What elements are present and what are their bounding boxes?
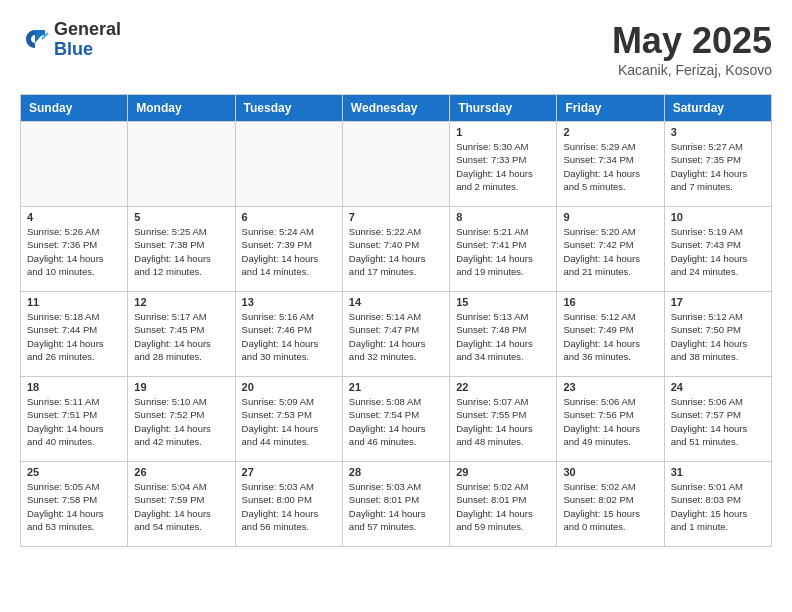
day-number: 13	[242, 296, 336, 308]
calendar-cell: 24Sunrise: 5:06 AM Sunset: 7:57 PM Dayli…	[664, 377, 771, 462]
day-info: Sunrise: 5:18 AM Sunset: 7:44 PM Dayligh…	[27, 310, 121, 363]
day-info: Sunrise: 5:11 AM Sunset: 7:51 PM Dayligh…	[27, 395, 121, 448]
weekday-header-thursday: Thursday	[450, 95, 557, 122]
day-info: Sunrise: 5:09 AM Sunset: 7:53 PM Dayligh…	[242, 395, 336, 448]
day-number: 24	[671, 381, 765, 393]
day-number: 15	[456, 296, 550, 308]
logo-blue-text: Blue	[54, 40, 121, 60]
calendar-cell	[342, 122, 449, 207]
title-block: May 2025 Kacanik, Ferizaj, Kosovo	[612, 20, 772, 78]
day-info: Sunrise: 5:26 AM Sunset: 7:36 PM Dayligh…	[27, 225, 121, 278]
calendar-cell: 3Sunrise: 5:27 AM Sunset: 7:35 PM Daylig…	[664, 122, 771, 207]
calendar-cell: 1Sunrise: 5:30 AM Sunset: 7:33 PM Daylig…	[450, 122, 557, 207]
day-number: 5	[134, 211, 228, 223]
day-info: Sunrise: 5:03 AM Sunset: 8:00 PM Dayligh…	[242, 480, 336, 533]
calendar-cell: 21Sunrise: 5:08 AM Sunset: 7:54 PM Dayli…	[342, 377, 449, 462]
day-number: 25	[27, 466, 121, 478]
day-number: 27	[242, 466, 336, 478]
day-number: 21	[349, 381, 443, 393]
calendar-cell: 26Sunrise: 5:04 AM Sunset: 7:59 PM Dayli…	[128, 462, 235, 547]
day-info: Sunrise: 5:04 AM Sunset: 7:59 PM Dayligh…	[134, 480, 228, 533]
calendar-cell: 14Sunrise: 5:14 AM Sunset: 7:47 PM Dayli…	[342, 292, 449, 377]
day-info: Sunrise: 5:22 AM Sunset: 7:40 PM Dayligh…	[349, 225, 443, 278]
day-info: Sunrise: 5:06 AM Sunset: 7:57 PM Dayligh…	[671, 395, 765, 448]
day-number: 4	[27, 211, 121, 223]
weekday-header-wednesday: Wednesday	[342, 95, 449, 122]
calendar-cell: 22Sunrise: 5:07 AM Sunset: 7:55 PM Dayli…	[450, 377, 557, 462]
week-row-2: 4Sunrise: 5:26 AM Sunset: 7:36 PM Daylig…	[21, 207, 772, 292]
logo-general-text: General	[54, 20, 121, 40]
day-info: Sunrise: 5:25 AM Sunset: 7:38 PM Dayligh…	[134, 225, 228, 278]
weekday-header-saturday: Saturday	[664, 95, 771, 122]
calendar-cell	[21, 122, 128, 207]
calendar-cell: 23Sunrise: 5:06 AM Sunset: 7:56 PM Dayli…	[557, 377, 664, 462]
logo-icon	[20, 25, 50, 55]
calendar-cell	[235, 122, 342, 207]
day-number: 17	[671, 296, 765, 308]
day-number: 2	[563, 126, 657, 138]
calendar-cell: 20Sunrise: 5:09 AM Sunset: 7:53 PM Dayli…	[235, 377, 342, 462]
calendar-cell: 2Sunrise: 5:29 AM Sunset: 7:34 PM Daylig…	[557, 122, 664, 207]
weekday-header-friday: Friday	[557, 95, 664, 122]
day-number: 12	[134, 296, 228, 308]
day-info: Sunrise: 5:16 AM Sunset: 7:46 PM Dayligh…	[242, 310, 336, 363]
day-number: 16	[563, 296, 657, 308]
location-text: Kacanik, Ferizaj, Kosovo	[612, 62, 772, 78]
day-number: 14	[349, 296, 443, 308]
day-number: 26	[134, 466, 228, 478]
day-number: 31	[671, 466, 765, 478]
calendar-cell: 25Sunrise: 5:05 AM Sunset: 7:58 PM Dayli…	[21, 462, 128, 547]
week-row-3: 11Sunrise: 5:18 AM Sunset: 7:44 PM Dayli…	[21, 292, 772, 377]
day-info: Sunrise: 5:02 AM Sunset: 8:01 PM Dayligh…	[456, 480, 550, 533]
day-number: 30	[563, 466, 657, 478]
day-info: Sunrise: 5:02 AM Sunset: 8:02 PM Dayligh…	[563, 480, 657, 533]
day-number: 7	[349, 211, 443, 223]
day-info: Sunrise: 5:27 AM Sunset: 7:35 PM Dayligh…	[671, 140, 765, 193]
calendar-cell: 19Sunrise: 5:10 AM Sunset: 7:52 PM Dayli…	[128, 377, 235, 462]
calendar-cell: 12Sunrise: 5:17 AM Sunset: 7:45 PM Dayli…	[128, 292, 235, 377]
day-number: 20	[242, 381, 336, 393]
day-number: 8	[456, 211, 550, 223]
day-info: Sunrise: 5:07 AM Sunset: 7:55 PM Dayligh…	[456, 395, 550, 448]
day-info: Sunrise: 5:21 AM Sunset: 7:41 PM Dayligh…	[456, 225, 550, 278]
calendar-cell: 4Sunrise: 5:26 AM Sunset: 7:36 PM Daylig…	[21, 207, 128, 292]
calendar-cell	[128, 122, 235, 207]
calendar-cell: 18Sunrise: 5:11 AM Sunset: 7:51 PM Dayli…	[21, 377, 128, 462]
weekday-header-row: SundayMondayTuesdayWednesdayThursdayFrid…	[21, 95, 772, 122]
day-info: Sunrise: 5:19 AM Sunset: 7:43 PM Dayligh…	[671, 225, 765, 278]
weekday-header-monday: Monday	[128, 95, 235, 122]
calendar-cell: 5Sunrise: 5:25 AM Sunset: 7:38 PM Daylig…	[128, 207, 235, 292]
day-number: 23	[563, 381, 657, 393]
day-number: 6	[242, 211, 336, 223]
day-info: Sunrise: 5:20 AM Sunset: 7:42 PM Dayligh…	[563, 225, 657, 278]
day-info: Sunrise: 5:06 AM Sunset: 7:56 PM Dayligh…	[563, 395, 657, 448]
calendar-cell: 13Sunrise: 5:16 AM Sunset: 7:46 PM Dayli…	[235, 292, 342, 377]
calendar-table: SundayMondayTuesdayWednesdayThursdayFrid…	[20, 94, 772, 547]
day-info: Sunrise: 5:08 AM Sunset: 7:54 PM Dayligh…	[349, 395, 443, 448]
day-number: 28	[349, 466, 443, 478]
week-row-4: 18Sunrise: 5:11 AM Sunset: 7:51 PM Dayli…	[21, 377, 772, 462]
day-info: Sunrise: 5:17 AM Sunset: 7:45 PM Dayligh…	[134, 310, 228, 363]
calendar-cell: 28Sunrise: 5:03 AM Sunset: 8:01 PM Dayli…	[342, 462, 449, 547]
logo: General Blue	[20, 20, 121, 60]
calendar-cell: 16Sunrise: 5:12 AM Sunset: 7:49 PM Dayli…	[557, 292, 664, 377]
day-info: Sunrise: 5:14 AM Sunset: 7:47 PM Dayligh…	[349, 310, 443, 363]
day-info: Sunrise: 5:12 AM Sunset: 7:49 PM Dayligh…	[563, 310, 657, 363]
day-info: Sunrise: 5:12 AM Sunset: 7:50 PM Dayligh…	[671, 310, 765, 363]
calendar-cell: 7Sunrise: 5:22 AM Sunset: 7:40 PM Daylig…	[342, 207, 449, 292]
day-info: Sunrise: 5:05 AM Sunset: 7:58 PM Dayligh…	[27, 480, 121, 533]
calendar-cell: 15Sunrise: 5:13 AM Sunset: 7:48 PM Dayli…	[450, 292, 557, 377]
calendar-cell: 10Sunrise: 5:19 AM Sunset: 7:43 PM Dayli…	[664, 207, 771, 292]
day-info: Sunrise: 5:30 AM Sunset: 7:33 PM Dayligh…	[456, 140, 550, 193]
weekday-header-tuesday: Tuesday	[235, 95, 342, 122]
calendar-cell: 30Sunrise: 5:02 AM Sunset: 8:02 PM Dayli…	[557, 462, 664, 547]
day-info: Sunrise: 5:03 AM Sunset: 8:01 PM Dayligh…	[349, 480, 443, 533]
day-info: Sunrise: 5:13 AM Sunset: 7:48 PM Dayligh…	[456, 310, 550, 363]
weekday-header-sunday: Sunday	[21, 95, 128, 122]
day-number: 10	[671, 211, 765, 223]
calendar-cell: 31Sunrise: 5:01 AM Sunset: 8:03 PM Dayli…	[664, 462, 771, 547]
day-number: 29	[456, 466, 550, 478]
day-number: 19	[134, 381, 228, 393]
day-info: Sunrise: 5:29 AM Sunset: 7:34 PM Dayligh…	[563, 140, 657, 193]
day-info: Sunrise: 5:24 AM Sunset: 7:39 PM Dayligh…	[242, 225, 336, 278]
